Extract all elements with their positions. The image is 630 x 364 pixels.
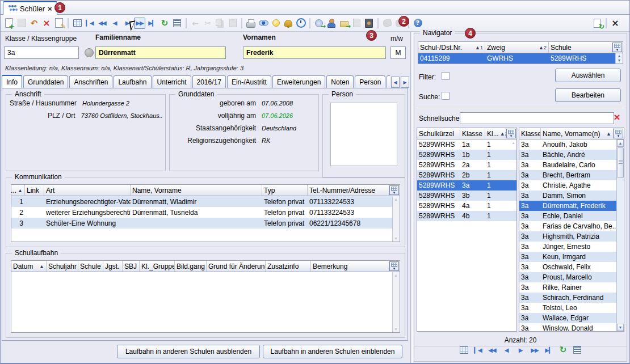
form-tab[interactable]: Ein-/Austritt [227, 75, 271, 88]
tab-close-icon[interactable]: × [48, 5, 52, 13]
column-config-icon[interactable] [506, 129, 516, 138]
class-row[interactable]: 5289WRHS1b1 [417, 150, 516, 160]
gender-field[interactable]: M [390, 46, 406, 59]
refresh-icon[interactable] [557, 344, 569, 355]
class-scroll-up-icon[interactable]: ▲ [511, 141, 515, 145]
scrollbar-thumb[interactable] [617, 147, 624, 178]
column-config-icon[interactable] [389, 261, 399, 271]
tab-schueler[interactable]: Schüler × [3, 1, 57, 15]
column-config-icon[interactable] [614, 129, 623, 138]
new-record-icon[interactable] [3, 18, 15, 29]
goto-table-icon[interactable] [72, 18, 83, 29]
student-row[interactable]: 3aDamm, Simon [519, 191, 624, 201]
student-row[interactable]: 3aSchirach, Ferdinand [519, 293, 624, 303]
komm-col-index[interactable]: ...▲ [11, 185, 25, 196]
student-row[interactable]: 3aRilke, Rainer [519, 282, 624, 293]
form-tab[interactable]: Info [2, 75, 22, 88]
goto-table-icon[interactable] [458, 344, 469, 355]
refresh-view-icon[interactable] [591, 18, 603, 29]
kommunikation-row[interactable]: 3Schüler-Eine WohnungTelefon privat06221… [11, 218, 400, 228]
form-tab[interactable]: Laufbahn [114, 75, 151, 88]
back-icon[interactable] [501, 344, 512, 355]
class-row[interactable]: 5289WRHS1a1 [417, 139, 516, 150]
school-spinner-icons[interactable]: ▲▼ [615, 53, 623, 64]
help-icon[interactable] [412, 18, 423, 29]
form-tab[interactable]: Unterricht [153, 75, 191, 88]
class-col-schulkuerzel[interactable]: Schulkürzel [417, 128, 460, 139]
auswaehlen-button[interactable]: Auswählen [555, 69, 621, 82]
student-row[interactable]: 3aProust, Marcello [519, 272, 624, 282]
student-row[interactable]: 3aBächle, André [519, 150, 624, 160]
back-icon[interactable] [109, 18, 120, 29]
last-icon[interactable] [543, 344, 555, 355]
form-tab[interactable]: Person [355, 75, 385, 88]
clock-icon[interactable] [295, 18, 306, 29]
undo-icon[interactable] [28, 18, 40, 29]
kommunikation-row[interactable]: 1Erziehungsberechtigter-VaterDürrenmatt,… [11, 196, 400, 207]
tab-scroll-right-icon[interactable]: ▶ [401, 77, 409, 88]
close-pane-icon[interactable] [610, 18, 621, 29]
slb-col-grund[interactable]: Grund für Änderung [207, 261, 266, 272]
class-info-button[interactable] [85, 48, 94, 57]
slb-col-schule[interactable]: Schule [78, 261, 103, 272]
form-tab[interactable]: Erweiterungen [272, 75, 325, 88]
class-row[interactable]: 5289WRHS3b1 [417, 191, 516, 201]
slb-col-zusatzinfo[interactable]: Zusatzinfo [266, 261, 311, 272]
laufbahn-einblenden-button[interactable]: Laufbahn in anderen Schulen einblenden [263, 345, 402, 358]
slb-col-bemerkung[interactable]: Bemerkung [311, 261, 389, 272]
fast-back-icon[interactable] [486, 344, 498, 355]
clear-search-icon[interactable]: × [611, 112, 623, 123]
class-row[interactable]: 5289WRHS2a1 [417, 160, 516, 170]
school-row[interactable]: 04115289GWRHS5289WRHS [418, 53, 623, 64]
class-row[interactable]: 5289WRHS3a1 [417, 180, 516, 191]
export-person-icon[interactable] [326, 18, 337, 29]
first-icon[interactable] [84, 18, 95, 29]
kommunikation-row[interactable]: 2weiterer Erziehungsberechti...Dürrenmat… [11, 207, 400, 218]
student-row[interactable]: 3aJünger, Ernesto [519, 242, 624, 252]
student-col-klasse[interactable]: Klasse [519, 128, 541, 139]
klasse-input[interactable] [4, 46, 79, 59]
export-data-icon[interactable] [313, 18, 325, 29]
class-col-klasse[interactable]: Klasse [460, 128, 485, 139]
scroll-down-icon[interactable]: ▼ [617, 324, 624, 331]
student-col-name[interactable]: Name, Vorname(n)▲ [541, 128, 614, 139]
print-icon[interactable] [245, 18, 257, 29]
slb-col-sbj[interactable]: SBJ [123, 261, 140, 272]
form-tab[interactable]: Noten [326, 75, 354, 88]
scroll-up-icon[interactable]: ▲ [617, 139, 624, 147]
slb-col-schuljahr[interactable]: Schuljahr [47, 261, 78, 272]
column-config-icon[interactable] [612, 43, 622, 52]
slb-col-jgst[interactable]: Jgst. [103, 261, 123, 272]
export-folder-icon[interactable] [338, 18, 350, 29]
last-icon[interactable] [146, 18, 158, 29]
student-row[interactable]: 3aBaudelaire, Carlo [519, 160, 624, 170]
edit-icon[interactable] [53, 18, 65, 29]
school-col-dstnr[interactable]: Schul-/Dst.Nr.▲1 [418, 42, 485, 53]
filter-checkbox[interactable] [442, 72, 450, 80]
refresh-icon[interactable] [159, 18, 170, 29]
student-row[interactable]: 3aBrecht, Bertram [519, 170, 624, 180]
delete-icon[interactable] [41, 18, 52, 29]
forward-icon[interactable] [515, 344, 526, 355]
laufbahn-ausblenden-button[interactable]: Laufbahn in anderen Schulen ausblenden [117, 345, 260, 358]
student-row[interactable]: 3aHighsmith, Patrizia [519, 231, 624, 242]
komm-col-art[interactable]: Art [44, 185, 131, 196]
vornamen-input[interactable] [243, 46, 386, 59]
student-row[interactable]: 3aWinslow, Donald [519, 323, 624, 331]
student-row[interactable]: 3aKeun, Irmgard [519, 252, 624, 262]
first-icon[interactable] [472, 344, 484, 355]
fast-back-icon[interactable] [96, 18, 108, 29]
class-row[interactable]: 5289WRHS4a1 [417, 201, 516, 211]
hint-icon[interactable] [270, 18, 282, 29]
suche-checkbox[interactable] [442, 92, 450, 100]
student-row[interactable]: 3aEchle, Daniel [519, 211, 624, 221]
slb-col-datum[interactable]: Datum▲ [11, 261, 47, 272]
tab-scroll-left-icon[interactable]: ◀ [391, 77, 400, 88]
school-col-schule[interactable]: Schule [549, 42, 612, 53]
schnellsuche-input[interactable] [460, 112, 614, 124]
preview-icon[interactable] [258, 18, 269, 29]
komm-col-tel[interactable]: Tel.-Nummer/Adresse [308, 185, 389, 196]
student-row[interactable]: 3aTolstoi, Leo [519, 303, 624, 313]
komm-col-name[interactable]: Name, Vorname [131, 185, 262, 196]
schullaufbahn-scrollbar[interactable] [392, 272, 400, 332]
